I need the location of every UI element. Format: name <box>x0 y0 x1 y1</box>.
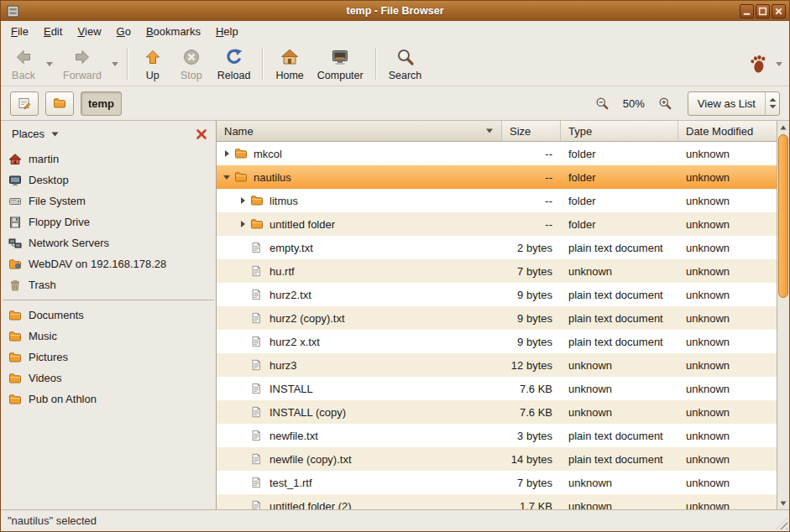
file-row-install-copy[interactable]: INSTALL (copy)7.6 KBunknownunknown <box>217 400 777 424</box>
home-icon <box>280 47 300 67</box>
name-cell: nautilus <box>217 165 502 189</box>
size-cell: -- <box>502 189 561 212</box>
sidebar-item-pub-on-athlon[interactable]: Pub on Athlon <box>1 389 216 409</box>
places-dropdown[interactable]: Places <box>7 125 64 143</box>
zoom-out-button[interactable] <box>592 93 613 114</box>
menu-edit[interactable]: Edit <box>36 21 70 42</box>
toolbar-button-label: Computer <box>317 70 364 81</box>
titlebar[interactable]: temp - File Browser <box>1 1 789 21</box>
zoom-in-button[interactable] <box>655 93 676 114</box>
file-row-newfile-txt[interactable]: newfile.txt3 bytesplain text documentunk… <box>217 424 777 447</box>
sidebar-item-label: Music <box>29 330 57 342</box>
folder-icon <box>8 372 22 385</box>
maximize-button[interactable] <box>756 4 770 18</box>
menu-view[interactable]: View <box>70 21 108 42</box>
back-button[interactable]: Back <box>4 44 43 84</box>
file-row-hurz3[interactable]: hurz312 bytesunknownunknown <box>217 353 777 377</box>
file-row-install[interactable]: INSTALL7.6 KBunknownunknown <box>217 377 777 400</box>
file-row-mkcol[interactable]: mkcol--folderunknown <box>217 142 777 165</box>
view-mode-steppers[interactable] <box>765 92 779 115</box>
column-header-label: Type <box>568 125 592 138</box>
up-button[interactable]: Up <box>133 44 172 84</box>
scrollbar-track[interactable] <box>778 133 788 497</box>
file-row-untitled-folder-2[interactable]: untitled folder (2)1.7 KBunknownunknown <box>217 494 777 509</box>
reload-button[interactable]: Reload <box>211 44 258 84</box>
file-row-hurz2-copy-txt[interactable]: hurz2 (copy).txt9 bytesplain text docume… <box>217 306 777 330</box>
scroll-up-button[interactable] <box>777 121 789 133</box>
file-row-hurz2-txt[interactable]: hurz2.txt9 bytesplain text documentunkno… <box>217 283 777 306</box>
sidebar-item-martin[interactable]: martin <box>1 149 216 170</box>
scroll-down-button[interactable] <box>777 497 789 509</box>
menu-help[interactable]: Help <box>208 21 246 42</box>
file-row-nautilus[interactable]: nautilus--folderunknown <box>217 165 777 189</box>
sidebar-item-label: Desktop <box>29 174 69 186</box>
vertical-scrollbar[interactable] <box>777 121 789 509</box>
sidebar-item-webdav-on-192-168-178-28[interactable]: WebDAV on 192.168.178.28 <box>1 253 216 274</box>
modified-cell: unknown <box>678 353 777 377</box>
folder-icon <box>234 170 249 184</box>
toolbar-separator <box>375 48 377 80</box>
type-cell: unknown <box>561 494 678 509</box>
computer-button[interactable]: Computer <box>311 44 370 84</box>
sidebar-item-documents[interactable]: Documents <box>1 305 216 326</box>
file-row-litmus[interactable]: litmus--folderunknown <box>217 189 777 212</box>
back-history-dropdown[interactable] <box>43 45 56 82</box>
file-row-test-1-rtf[interactable]: test_1.rtf7 bytesunknownunknown <box>217 471 777 494</box>
row-expander[interactable] <box>220 173 233 181</box>
folder-icon <box>250 194 264 207</box>
scrollbar-thumb[interactable] <box>778 134 788 298</box>
text-file-icon <box>250 476 264 489</box>
menu-bookmarks[interactable]: Bookmarks <box>139 21 208 42</box>
menu-file[interactable]: File <box>3 21 36 42</box>
path-button-root[interactable] <box>45 91 74 116</box>
text-file-icon <box>250 358 264 372</box>
forward-history-dropdown[interactable] <box>108 45 122 82</box>
minimize-icon <box>742 7 751 16</box>
toggle-location-entry-button[interactable] <box>10 91 39 116</box>
window-menu-icon[interactable] <box>6 4 20 18</box>
text-file-icon <box>250 382 264 395</box>
file-row-newfile-copy-txt[interactable]: newfile (copy).txt14 bytesplain text doc… <box>217 447 777 471</box>
close-button[interactable] <box>772 4 786 18</box>
row-expander[interactable] <box>236 220 249 228</box>
column-header-type[interactable]: Type <box>561 121 678 142</box>
size-cell: -- <box>502 212 561 236</box>
sidebar-item-label: martin <box>29 153 59 165</box>
sidebar-close-button[interactable] <box>193 126 210 143</box>
menu-go[interactable]: Go <box>109 21 139 42</box>
sidebar-item-floppy-drive[interactable]: Floppy Drive <box>1 211 216 232</box>
sidebar-item-pictures[interactable]: Pictures <box>1 347 216 368</box>
row-expander[interactable] <box>220 149 233 158</box>
modified-cell: unknown <box>678 236 777 259</box>
file-row-empty-txt[interactable]: empty.txt2 bytesplain text documentunkno… <box>217 236 777 259</box>
row-expander[interactable] <box>236 196 249 205</box>
type-cell: plain text document <box>561 330 678 353</box>
sidebar-item-music[interactable]: Music <box>1 326 216 347</box>
forward-button[interactable]: Forward <box>56 44 108 84</box>
sidebar-item-trash[interactable]: Trash <box>1 274 216 295</box>
column-header-name[interactable]: Name <box>217 121 502 142</box>
path-button-current[interactable]: temp <box>81 91 122 116</box>
text-file-icon <box>250 499 264 509</box>
view-mode-dropdown[interactable]: View as List <box>688 91 780 116</box>
file-row-hurz2-x-txt[interactable]: hurz2 x.txt9 bytesplain text documentunk… <box>217 330 777 353</box>
file-row-hu-rtf[interactable]: hu.rtf7 bytesunknownunknown <box>217 259 777 283</box>
sidebar-item-network-servers[interactable]: Network Servers <box>1 232 216 253</box>
file-name: mkcol <box>254 148 282 160</box>
file-name: hurz2.txt <box>269 289 311 301</box>
toolbar-overflow-button[interactable] <box>772 45 786 82</box>
sidebar-item-label: File System <box>29 195 86 207</box>
sidebar-item-file-system[interactable]: File System <box>1 190 216 211</box>
file-name: untitled folder (2) <box>269 500 352 510</box>
minimize-button[interactable] <box>740 4 754 18</box>
home-button[interactable]: Home <box>269 44 310 84</box>
column-header-date-modified[interactable]: Date Modified <box>678 121 777 142</box>
file-row-untitled-folder[interactable]: untitled folder--folderunknown <box>217 212 777 236</box>
sidebar-item-desktop[interactable]: Desktop <box>1 170 216 190</box>
column-header-size[interactable]: Size <box>502 121 561 142</box>
sidebar-item-videos[interactable]: Videos <box>1 368 216 389</box>
stop-button[interactable]: Stop <box>172 44 211 84</box>
resize-grip[interactable] <box>776 518 787 529</box>
search-button[interactable]: Search <box>382 44 429 84</box>
sidebar-separator <box>3 300 214 300</box>
